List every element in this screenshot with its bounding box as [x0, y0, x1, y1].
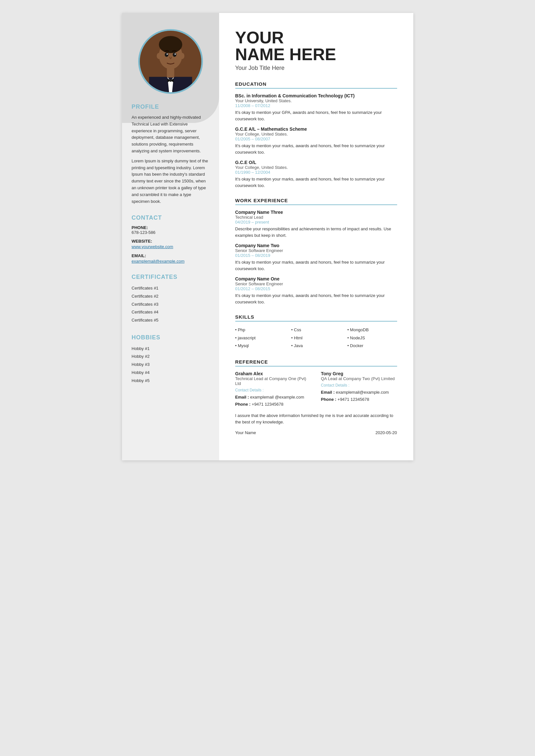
name-line1: YOUR: [235, 28, 284, 47]
contact-website: WEBSITE: www.yourwebsite.com: [132, 239, 210, 249]
certificate-item: Certificates #5: [132, 316, 210, 324]
hobby-item: Hobby #3: [132, 361, 210, 369]
education-section: EDUCATION BSc. in Information & Communic…: [235, 81, 397, 189]
reference-column: Graham Alex Technical Lead at Company On…: [235, 371, 311, 408]
hobbies-list: Hobby #1Hobby #2Hobby #3Hobby #4Hobby #5: [132, 345, 210, 385]
ref-name: Graham Alex: [235, 371, 311, 376]
sidebar-content: PROFILE An experienced and highly-motiva…: [122, 103, 219, 394]
work-desc: It's okay to mention your marks, awards …: [235, 259, 397, 272]
avatar: [138, 29, 203, 94]
skill-item: Mysql: [235, 342, 285, 350]
edu-degree: G.C.E O/L: [235, 160, 397, 165]
signature-name: Your Name: [235, 430, 256, 435]
sidebar: PROFILE An experienced and highly-motiva…: [122, 13, 219, 460]
main-content: YOUR NAME HERE Your Job Title Here EDUCA…: [219, 13, 413, 460]
edu-institution: Your University, United States.: [235, 98, 397, 103]
email-link[interactable]: examplemail@example.com: [132, 259, 184, 264]
certificates-section: CERTIFICATES Certificates #1Certificates…: [132, 274, 210, 324]
profile-text1: An experienced and highly-motivated Tech…: [132, 114, 210, 155]
edu-date: 11/2008 – 07/2012: [235, 103, 397, 108]
certificate-item: Certificates #4: [132, 308, 210, 316]
ref-contact-label: Contact Details :: [235, 388, 311, 392]
skills-grid: PhpjavascriptMysqlCssHtmlJavaMongoDBNode…: [235, 326, 397, 350]
job-title: Your Job Title Here: [235, 65, 397, 71]
edu-degree: BSc. in Information & Communication Tech…: [235, 93, 397, 98]
reference-section: REFERENCE Graham Alex Technical Lead at …: [235, 359, 397, 435]
website-link[interactable]: www.yourwebsite.com: [132, 244, 174, 249]
certificate-item: Certificates #1: [132, 284, 210, 292]
work-date: 04/2019 – present: [235, 220, 397, 225]
work-header: WORK EXPERIENCE: [235, 198, 397, 205]
work-company: Company Name Two: [235, 243, 397, 248]
hobbies-section: HOBBIES Hobby #1Hobby #2Hobby #3Hobby #4…: [132, 334, 210, 385]
ref-email: Email : examplemail@example.com: [321, 389, 397, 396]
edu-date: 01/2005 – 08/2007: [235, 137, 397, 141]
skill-item: Php: [235, 326, 285, 334]
name-line2: NAME HERE: [235, 45, 336, 64]
svg-point-10: [166, 53, 168, 55]
email-label: EMAIL:: [132, 253, 210, 258]
contact-email: EMAIL: examplemail@example.com: [132, 253, 210, 264]
work-desc: It's okay to mention your marks, awards …: [235, 292, 397, 305]
edu-degree: G.C.E A/L – Mathematics Scheme: [235, 126, 397, 132]
svg-point-12: [157, 53, 161, 59]
edu-date: 01/1990 – 12/2004: [235, 170, 397, 175]
work-role: Technical Lead: [235, 215, 397, 220]
skills-column: CssHtmlJava: [291, 326, 341, 350]
svg-point-9: [173, 52, 176, 57]
skill-item: Html: [291, 334, 341, 342]
certificates-title: CERTIFICATES: [132, 274, 210, 281]
hobbies-title: HOBBIES: [132, 334, 210, 341]
svg-point-8: [164, 52, 168, 57]
work-item: Company Name Two Senior Software Enginee…: [235, 243, 397, 272]
work-date: 01/2015 – 08/2019: [235, 253, 397, 258]
skill-item: javascript: [235, 334, 285, 342]
work-company: Company Name Three: [235, 210, 397, 215]
hobby-item: Hobby #2: [132, 353, 210, 361]
work-desc: Describe your responsibilities and achie…: [235, 226, 397, 238]
reference-header: REFERENCE: [235, 359, 397, 366]
ref-phone: Phone : +9471 12345678: [321, 396, 397, 403]
skills-column: MongoDBNodeJSDocker: [347, 326, 397, 350]
work-list: Company Name Three Technical Lead 04/201…: [235, 210, 397, 305]
resume-container: PROFILE An experienced and highly-motiva…: [122, 13, 413, 460]
svg-point-11: [175, 53, 176, 55]
hobby-item: Hobby #1: [132, 345, 210, 353]
hobby-item: Hobby #5: [132, 377, 210, 385]
work-role: Senior Software Engineer: [235, 282, 397, 286]
education-header: EDUCATION: [235, 81, 397, 89]
edu-institution: Your College, United States.: [235, 132, 397, 137]
work-item: Company Name Three Technical Lead 04/201…: [235, 210, 397, 238]
skill-item: Docker: [347, 342, 397, 350]
contact-section: CONTACT PHONE: 678-123-586 WEBSITE: www.…: [132, 214, 210, 264]
ref-grid: Graham Alex Technical Lead at Company On…: [235, 371, 397, 408]
ref-role: Technical Lead at Company One (Pvt) Ltd: [235, 376, 311, 386]
skills-section: SKILLS PhpjavascriptMysqlCssHtmlJavaMong…: [235, 314, 397, 350]
hobby-item: Hobby #4: [132, 369, 210, 377]
ref-contact-label: Contact Details :: [321, 383, 397, 388]
svg-rect-14: [167, 68, 174, 78]
reference-column: Tony Greg QA Lead at Company Two (Pvt) L…: [321, 371, 397, 408]
skill-item: Java: [291, 342, 341, 350]
skills-header: SKILLS: [235, 314, 397, 322]
skill-item: MongoDB: [347, 326, 397, 334]
work-date: 01/2012 – 08/2015: [235, 286, 397, 291]
signature-row: Your Name 2020-05-20: [235, 430, 397, 435]
certificate-item: Certificates #2: [132, 292, 210, 301]
ref-name: Tony Greg: [321, 371, 397, 376]
certificate-item: Certificates #3: [132, 301, 210, 309]
education-item: G.C.E A/L – Mathematics Scheme Your Coll…: [235, 126, 397, 155]
svg-point-2: [158, 36, 182, 53]
name-title: YOUR NAME HERE: [235, 29, 397, 63]
work-role: Senior Software Engineer: [235, 248, 397, 253]
edu-desc: It's okay to mention your marks, awards …: [235, 176, 397, 189]
assurance-text: I assure that the above information furn…: [235, 413, 397, 425]
profile-title: PROFILE: [132, 103, 210, 110]
work-company: Company Name One: [235, 276, 397, 282]
education-item: BSc. in Information & Communication Tech…: [235, 93, 397, 122]
ref-role: QA Lead at Company Two (Pvt) Limited: [321, 376, 397, 381]
skill-item: NodeJS: [347, 334, 397, 342]
ref-phone: Phone : +9471 12345678: [235, 401, 311, 408]
ref-email: Email : examplemail @example.com: [235, 394, 311, 401]
contact-phone: PHONE: 678-123-586: [132, 225, 210, 235]
